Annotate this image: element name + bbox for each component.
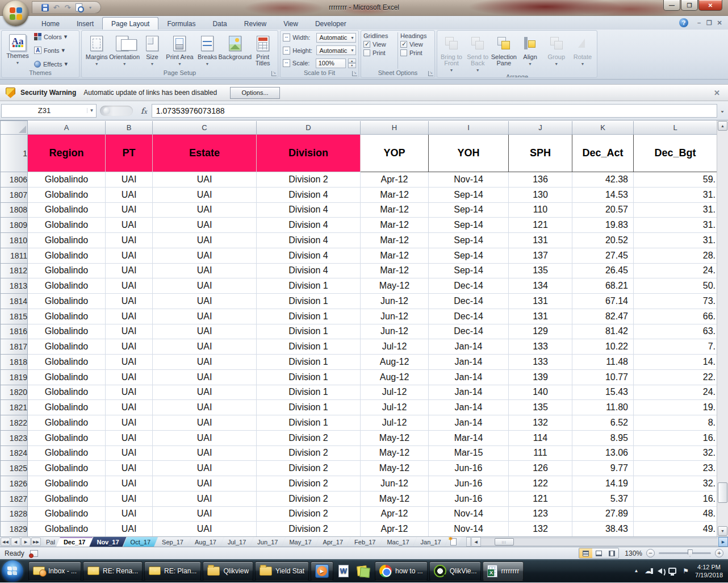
ribbon-tab-page-layout[interactable]: Page Layout — [102, 17, 158, 30]
prev-sheet-icon[interactable]: ◀ — [11, 538, 20, 546]
cell-K1811[interactable]: 27.45 — [572, 248, 634, 263]
cell-K1816[interactable]: 81.42 — [572, 324, 634, 339]
row-header-1819[interactable]: 1819 — [1, 369, 28, 385]
cell-D1811[interactable]: Division 4 — [257, 248, 361, 263]
cell-H1810[interactable]: Mar-12 — [361, 233, 429, 248]
tab-split-handle[interactable] — [466, 537, 471, 547]
cell-K1826[interactable]: 14.19 — [572, 476, 634, 492]
cell-C1807[interactable]: UAI — [153, 187, 257, 202]
sheet-tab-may-17[interactable]: May_17 — [282, 537, 319, 547]
cell-J1823[interactable]: 114 — [509, 430, 572, 445]
cell-L1810[interactable]: 31. — [634, 233, 717, 248]
row-header-1829[interactable]: 1829 — [1, 522, 28, 536]
cell-K1828[interactable]: 27.89 — [572, 506, 634, 522]
cell-D1816[interactable]: Division 1 — [257, 324, 361, 339]
gridlines-print-checkbox[interactable]: Print — [363, 49, 395, 56]
cell-B1810[interactable]: UAI — [106, 233, 153, 248]
colors-button[interactable]: Colors▾ — [32, 32, 69, 41]
cell-H1806[interactable]: Apr-12 — [361, 172, 429, 188]
row-header-1815[interactable]: 1815 — [1, 309, 28, 324]
cell-H1811[interactable]: Mar-12 — [361, 248, 429, 263]
first-sheet-icon[interactable]: ◀◀ — [1, 538, 10, 546]
cell-J1819[interactable]: 139 — [509, 369, 572, 385]
cell-H1812[interactable]: Mar-12 — [361, 263, 429, 278]
cell-I1824[interactable]: Mar-15 — [429, 445, 509, 461]
sheet-tab-jan-17[interactable]: Jan_17 — [413, 537, 449, 547]
cell-A1813[interactable]: Globalindo — [28, 278, 106, 294]
cell-L1819[interactable]: 22. — [634, 369, 717, 385]
cell-L1814[interactable]: 73. — [634, 294, 717, 309]
taskbar-item-inbox[interactable]: Inbox - ... — [28, 561, 81, 581]
cell-K1829[interactable]: 38.43 — [572, 522, 634, 536]
zoom-in-icon[interactable]: + — [715, 549, 723, 557]
ribbon-tab-home[interactable]: Home — [33, 18, 68, 30]
column-header-D[interactable]: D — [257, 121, 361, 135]
row-header-1809[interactable]: 1809 — [1, 218, 28, 233]
cell-D1815[interactable]: Division 1 — [257, 309, 361, 324]
row-header-1810[interactable]: 1810 — [1, 233, 28, 248]
cell-D1827[interactable]: Division 2 — [257, 491, 361, 506]
sheet-tab-nov-17[interactable]: Nov_17 — [89, 537, 126, 547]
row-header-1[interactable]: 1 — [1, 135, 28, 172]
cell-C1825[interactable]: UAI — [153, 461, 257, 476]
scale-spinner[interactable]: ▲▼ — [348, 59, 356, 68]
tray-expand-icon[interactable]: ▲ — [634, 568, 638, 574]
cell-I1823[interactable]: Mar-14 — [429, 430, 509, 445]
cell-I1815[interactable]: Dec-14 — [429, 309, 509, 324]
row-header-1813[interactable]: 1813 — [1, 278, 28, 294]
cell-A1807[interactable]: Globalindo — [28, 187, 106, 202]
cell-H1825[interactable]: May-12 — [361, 461, 429, 476]
row-header-1817[interactable]: 1817 — [1, 339, 28, 355]
taskbar-item-sticky-notes[interactable] — [354, 561, 373, 581]
cell-J1813[interactable]: 134 — [509, 278, 572, 294]
cell-D1808[interactable]: Division 4 — [257, 202, 361, 218]
cell-H1809[interactable]: Mar-12 — [361, 218, 429, 233]
size-button[interactable]: Size▼ — [139, 32, 166, 69]
header-cell-sph[interactable]: SPH — [509, 135, 572, 172]
name-box[interactable]: Z31 ▼ — [1, 104, 97, 118]
vertical-scrollbar[interactable]: ▲ ▼ — [717, 120, 728, 536]
cell-B1812[interactable]: UAI — [106, 263, 153, 278]
cell-H1808[interactable]: Mar-12 — [361, 202, 429, 218]
cell-L1811[interactable]: 28. — [634, 248, 717, 263]
cell-L1823[interactable]: 16. — [634, 430, 717, 445]
width-dropdown[interactable]: Automatic▼ — [316, 33, 356, 43]
header-cell-pt[interactable]: PT — [106, 135, 153, 172]
sheet-tab-jul-17[interactable]: Jul_17 — [220, 537, 253, 547]
cell-A1829[interactable]: Globalindo — [28, 522, 106, 536]
column-header-C[interactable]: C — [153, 121, 257, 135]
cell-A1817[interactable]: Globalindo — [28, 339, 106, 355]
cell-B1806[interactable]: UAI — [106, 172, 153, 188]
cell-C1814[interactable]: UAI — [153, 294, 257, 309]
cell-L1829[interactable]: 49. — [634, 522, 717, 536]
ribbon-tab-data[interactable]: Data — [204, 18, 235, 30]
cell-L1822[interactable]: 8. — [634, 415, 717, 431]
cell-B1817[interactable]: UAI — [106, 339, 153, 355]
sheet-tab-sep-17[interactable]: Sep_17 — [154, 537, 191, 547]
themes-button[interactable]: Aa Themes ▼ — [4, 32, 31, 69]
print-area-button[interactable]: Print Area▼ — [166, 32, 194, 69]
cell-D1828[interactable]: Division 2 — [257, 506, 361, 522]
macro-record-icon[interactable] — [30, 550, 38, 557]
cell-I1827[interactable]: Jun-16 — [429, 491, 509, 506]
formula-input[interactable]: 1.07353976073188 — [152, 104, 717, 118]
cell-B1814[interactable]: UAI — [106, 294, 153, 309]
headings-view-checkbox[interactable]: View — [400, 41, 432, 48]
cell-L1824[interactable]: 32. — [634, 445, 717, 461]
display-icon[interactable] — [668, 568, 676, 574]
cell-C1828[interactable]: UAI — [153, 506, 257, 522]
cell-K1827[interactable]: 5.37 — [572, 491, 634, 506]
cell-C1816[interactable]: UAI — [153, 324, 257, 339]
margins-button[interactable]: Margins▼ — [83, 32, 111, 69]
cell-I1810[interactable]: Sep-14 — [429, 233, 509, 248]
cell-B1829[interactable]: UAI — [106, 522, 153, 536]
column-header-L[interactable]: L — [634, 121, 717, 135]
cell-C1824[interactable]: UAI — [153, 445, 257, 461]
cell-A1816[interactable]: Globalindo — [28, 324, 106, 339]
row-header-1820[interactable]: 1820 — [1, 385, 28, 400]
cell-D1821[interactable]: Division 1 — [257, 400, 361, 415]
breaks-button[interactable]: Breaks▼ — [194, 32, 221, 69]
cell-L1828[interactable]: 48. — [634, 506, 717, 522]
cell-H1816[interactable]: Jun-12 — [361, 324, 429, 339]
row-header-1828[interactable]: 1828 — [1, 506, 28, 522]
